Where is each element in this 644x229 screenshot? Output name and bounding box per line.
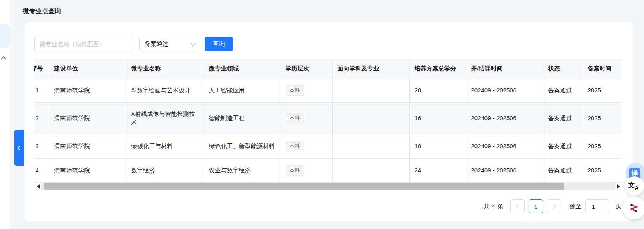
- page-title: 微专业点查询: [23, 7, 61, 16]
- query-card: 备案通过 查询 序号建设单位微专业名称微专业领域学历层次面向学科及专业培养方案总…: [25, 22, 633, 221]
- table-cell-credits: 20: [409, 78, 466, 103]
- table-cell-org: 渭南师范学院: [49, 103, 126, 134]
- table-cell-majors: [332, 134, 409, 158]
- table-cell-status: 备案通过: [543, 78, 583, 103]
- page-unit-label: 页: [616, 203, 622, 210]
- table-scroll-area: 序号建设单位微专业名称微专业领域学历层次面向学科及专业培养方案总学分开/结课时间…: [34, 59, 622, 183]
- table-cell-name: AI数字绘画与艺术设计: [126, 78, 204, 103]
- table-cell-name: 数字经济: [126, 158, 204, 182]
- molecule-graph-icon: [628, 202, 640, 213]
- table-cell-record: 2025: [583, 78, 622, 103]
- table-cell-majors: [332, 158, 409, 182]
- scroll-right-arrow-icon[interactable]: [617, 184, 620, 188]
- table-cell-org: 渭南师范学院: [49, 158, 126, 182]
- table-cell-time: 202409 - 202506: [466, 103, 543, 134]
- google-translate-icon[interactable]: 文A: [625, 176, 644, 196]
- pagination: 共 4 条 1 跳至 页: [34, 199, 622, 213]
- table-cell-name: 绿碳化工与材料: [126, 134, 204, 158]
- table-row: 3渭南师范学院绿碳化工与材料绿色化工、新型能源材料本科10202409 - 20…: [34, 134, 622, 158]
- table-cell-index: 1: [34, 78, 49, 103]
- table-cell-level: 本科: [281, 78, 332, 103]
- current-page-button[interactable]: 1: [529, 199, 543, 213]
- total-count: 共 4 条: [483, 203, 504, 210]
- table-cell-credits: 10: [409, 134, 466, 158]
- table-cell-majors: [332, 103, 409, 134]
- table-cell-time: 202409 - 202506: [466, 134, 543, 158]
- sidebar-active-item[interactable]: [0, 24, 10, 48]
- table-header-row: 序号建设单位微专业名称微专业领域学历层次面向学科及专业培养方案总学分开/结课时间…: [34, 59, 622, 78]
- search-input[interactable]: [34, 37, 133, 51]
- column-header: 序号: [34, 59, 49, 78]
- status-select-value: 备案通过: [144, 40, 168, 48]
- table-cell-time: 202409 - 202506: [466, 158, 543, 182]
- table-row: 4渭南师范学院数字经济农业与数字经济本科24202409 - 202506备案通…: [34, 158, 622, 182]
- table-cell-credits: 16: [409, 103, 466, 134]
- filter-bar: 备案通过 查询: [34, 37, 622, 51]
- table-cell-status: 备案通过: [543, 134, 583, 158]
- table-cell-org: 渭南师范学院: [49, 134, 126, 158]
- level-tag: 本科: [286, 113, 304, 123]
- table-cell-index: 3: [34, 134, 49, 158]
- table-cell-majors: [332, 78, 409, 103]
- prev-page-button[interactable]: [510, 199, 525, 213]
- table-cell-status: 备案通过: [543, 158, 583, 182]
- column-header: 开/结课时间: [466, 59, 543, 78]
- scrollbar-thumb[interactable]: [44, 183, 563, 190]
- table-cell-level: 本科: [281, 134, 332, 158]
- horizontal-scrollbar[interactable]: [34, 183, 622, 190]
- chevron-up-icon[interactable]: [1, 56, 6, 62]
- query-button[interactable]: 查询: [205, 37, 233, 51]
- next-page-button[interactable]: [547, 199, 561, 213]
- table-row: 2渭南师范学院X射线成像与智能检测技术智能制造工程本科16202409 - 20…: [34, 103, 622, 134]
- jump-page-input[interactable]: [585, 199, 609, 213]
- column-header: 微专业名称: [126, 59, 204, 78]
- chevron-left-icon: [17, 145, 22, 151]
- table-cell-org: 渭南师范学院: [49, 78, 126, 103]
- table-cell-time: 202409 - 202506: [466, 78, 543, 103]
- table-cell-field: 智能制造工程: [204, 103, 281, 134]
- column-header: 培养方案总学分: [409, 59, 466, 78]
- table-cell-name: X射线成像与智能检测技术: [126, 103, 204, 134]
- chevron-left-icon: [516, 204, 520, 208]
- table-cell-record: 2025: [583, 158, 622, 182]
- table-cell-record: 2025: [583, 134, 622, 158]
- column-header: 微专业领域: [204, 59, 281, 78]
- results-table: 序号建设单位微专业名称微专业领域学历层次面向学科及专业培养方案总学分开/结课时间…: [34, 59, 622, 183]
- column-header: 备案时间: [583, 59, 622, 78]
- table-cell-field: 农业与数字经济: [204, 158, 281, 182]
- molecule-extension-icon[interactable]: [622, 196, 644, 219]
- column-header: 学历层次: [281, 59, 332, 78]
- table-cell-level: 本科: [281, 103, 332, 134]
- chevron-right-icon: [551, 204, 556, 208]
- table-cell-status: 备案通过: [543, 103, 583, 134]
- table-cell-record: 2025: [583, 103, 622, 134]
- jump-label: 跳至: [569, 203, 581, 210]
- scroll-left-arrow-icon[interactable]: [37, 184, 40, 188]
- table-cell-index: 4: [34, 158, 49, 182]
- scrollbar-track[interactable]: [41, 183, 615, 190]
- level-tag: 本科: [286, 141, 304, 151]
- table-cell-field: 绿色化工、新型能源材料: [204, 134, 281, 158]
- table-cell-credits: 24: [409, 158, 466, 182]
- column-header: 建设单位: [49, 59, 126, 78]
- table-cell-index: 2: [34, 103, 49, 134]
- left-sidebar: [0, 0, 10, 229]
- table-cell-field: 人工智能应用: [204, 78, 281, 103]
- column-header: 面向学科及专业: [332, 59, 409, 78]
- status-select[interactable]: 备案通过: [139, 37, 199, 51]
- chevron-down-icon: [191, 41, 195, 45]
- drawer-collapse-handle[interactable]: [14, 130, 24, 166]
- level-tag: 本科: [286, 85, 304, 96]
- column-header: 状态: [543, 59, 583, 78]
- table-cell-level: 本科: [281, 158, 332, 182]
- table-row: 1渭南师范学院AI数字绘画与艺术设计人工智能应用本科20202409 - 202…: [34, 78, 622, 103]
- level-tag: 本科: [286, 165, 304, 176]
